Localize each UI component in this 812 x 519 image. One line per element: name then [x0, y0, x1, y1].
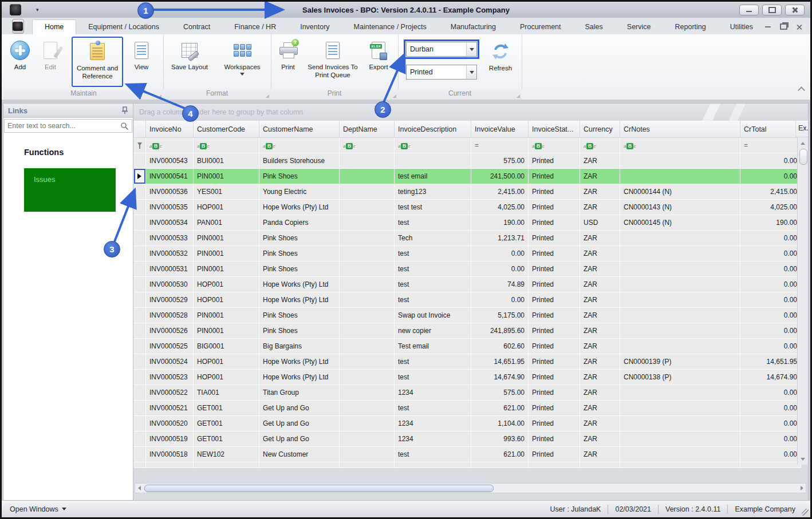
- cell-invoicestat[interactable]: Printed: [529, 354, 580, 370]
- cell-invoicevalue[interactable]: 575.00: [471, 385, 529, 401]
- row-indicator[interactable]: [134, 231, 146, 246]
- table-row-inv0000518[interactable]: INV0000518NEW102New Customertest621.00Pr…: [134, 447, 801, 462]
- row-indicator[interactable]: [134, 385, 146, 401]
- cell-customername[interactable]: New Customer: [259, 447, 340, 462]
- table-row-inv0000525[interactable]: INV0000525BIG0001Big BargainsTest email6…: [134, 339, 801, 354]
- cell-invoicedescription[interactable]: test: [395, 215, 471, 231]
- cell-invoiceno[interactable]: INV0000535: [146, 200, 194, 215]
- cell-invoiceno[interactable]: INV0000532: [146, 246, 194, 262]
- cell-invoicedescription[interactable]: teting123: [395, 184, 471, 200]
- cell-currency[interactable]: ZAR: [580, 385, 620, 401]
- cell-deptname[interactable]: [340, 215, 395, 231]
- cell-invoiceno[interactable]: INV0000526: [146, 323, 194, 339]
- cell-invoicedescription[interactable]: test: [395, 370, 471, 385]
- cell-deptname[interactable]: [340, 385, 395, 401]
- cell-currency[interactable]: USD: [580, 215, 620, 231]
- horizontal-scrollbar[interactable]: [135, 483, 806, 493]
- cell-invoiceno[interactable]: INV0000528: [146, 308, 194, 323]
- column-header-currency[interactable]: Currency: [580, 121, 620, 138]
- row-indicator[interactable]: [134, 184, 146, 200]
- cell-currency[interactable]: ZAR: [580, 169, 620, 184]
- tab-manufacturing[interactable]: Manufacturing: [439, 20, 508, 34]
- tab-home[interactable]: Home: [32, 19, 76, 34]
- row-indicator[interactable]: [134, 215, 146, 231]
- row-indicator[interactable]: [134, 262, 146, 277]
- tab-inventory[interactable]: Inventory: [288, 20, 341, 34]
- column-header-invoicestat[interactable]: InvoiceStat...: [529, 121, 580, 138]
- row-indicator[interactable]: [134, 447, 146, 462]
- cell-customercode[interactable]: PIN0001: [194, 323, 259, 339]
- cell-deptname[interactable]: [340, 277, 395, 292]
- cell-invoicedescription[interactable]: new copier: [395, 323, 471, 339]
- cell-invoiceno[interactable]: INV0000543: [146, 153, 194, 169]
- cell-customercode[interactable]: GET001: [194, 401, 259, 416]
- resize-grip[interactable]: [802, 509, 809, 516]
- filter-cell-deptname[interactable]: aBc: [340, 138, 395, 153]
- cell-invoicevalue[interactable]: 14,674.90: [471, 370, 529, 385]
- send-invoices-button[interactable]: Send Invoices To Print Queue: [305, 37, 360, 87]
- column-header-customercode[interactable]: CustomerCode: [194, 121, 259, 138]
- comment-and-reference-button[interactable]: Comment and Reference: [72, 37, 123, 87]
- cell-crnotes[interactable]: [620, 246, 740, 262]
- cell-currency[interactable]: ZAR: [580, 184, 620, 200]
- cell-invoiceno[interactable]: INV0000530: [146, 277, 194, 292]
- row-indicator[interactable]: [134, 277, 146, 292]
- row-indicator[interactable]: [134, 401, 146, 416]
- cell-deptname[interactable]: [340, 323, 395, 339]
- cell-crtotal[interactable]: 0.00: [740, 277, 801, 292]
- cell-crnotes[interactable]: CN0000145 (N): [620, 215, 740, 231]
- cell-currency[interactable]: ZAR: [580, 292, 620, 308]
- cell-invoicedescription[interactable]: Test email: [395, 339, 471, 354]
- ribbon-collapse-chevron-icon[interactable]: [798, 87, 805, 92]
- tab-finance-hr[interactable]: Finance / HR: [222, 20, 288, 34]
- cell-deptname[interactable]: [340, 169, 395, 184]
- table-row-inv0000529[interactable]: INV0000529HOP001Hope Works (Pty) Ltdtest…: [134, 292, 801, 308]
- workspaces-button[interactable]: Workspaces: [218, 37, 266, 87]
- cell-invoicestat[interactable]: Printed: [529, 277, 580, 292]
- cell-deptname[interactable]: [340, 153, 395, 169]
- cell-deptname[interactable]: [340, 416, 395, 431]
- cell-customercode[interactable]: GET001: [194, 431, 259, 447]
- cell-crtotal[interactable]: 0.00: [740, 153, 801, 169]
- table-row-inv0000521[interactable]: INV0000521GET001Get Up and Gotest621.00P…: [134, 401, 801, 416]
- cell-invoicedescription[interactable]: 1234: [395, 385, 471, 401]
- cell-customername[interactable]: Young Electric: [259, 184, 340, 200]
- cell-invoicedescription[interactable]: test: [395, 447, 471, 462]
- cell-crnotes[interactable]: [620, 431, 740, 447]
- application-menu-button[interactable]: [12, 19, 24, 34]
- cell-crnotes[interactable]: [620, 277, 740, 292]
- cell-customercode[interactable]: HOP001: [194, 200, 259, 215]
- tab-utilities[interactable]: Utilities: [718, 20, 765, 34]
- cell-crtotal[interactable]: 0.00: [740, 447, 801, 462]
- row-indicator[interactable]: [134, 308, 146, 323]
- vertical-scrollbar-thumb[interactable]: [799, 149, 807, 165]
- cell-customername[interactable]: Titan Group: [259, 385, 340, 401]
- filter-cell-crtotal[interactable]: =: [740, 138, 801, 153]
- cell-invoiceno[interactable]: INV0000531: [146, 262, 194, 277]
- cell-invoicevalue[interactable]: 5,175.00: [471, 308, 529, 323]
- cell-customercode[interactable]: BIG0001: [194, 339, 259, 354]
- cell-deptname[interactable]: [340, 246, 395, 262]
- tab-sales[interactable]: Sales: [573, 20, 615, 34]
- cell-invoicevalue[interactable]: 0.00: [471, 262, 529, 277]
- cell-invoicestat[interactable]: Printed: [529, 323, 580, 339]
- cell-deptname[interactable]: [340, 431, 395, 447]
- scroll-right-icon[interactable]: [798, 486, 806, 490]
- cell-invoicedescription[interactable]: test: [395, 277, 471, 292]
- cell-invoicevalue[interactable]: 14,651.95: [471, 354, 529, 370]
- row-indicator[interactable]: [134, 169, 146, 184]
- cell-deptname[interactable]: [340, 231, 395, 246]
- column-header-deptname[interactable]: DeptName: [340, 121, 395, 138]
- cell-invoicedescription[interactable]: 1234: [395, 416, 471, 431]
- cell-crnotes[interactable]: [620, 401, 740, 416]
- cell-currency[interactable]: ZAR: [580, 262, 620, 277]
- cell-currency[interactable]: ZAR: [580, 370, 620, 385]
- cell-deptname[interactable]: [340, 401, 395, 416]
- cell-invoicedescription[interactable]: test: [395, 292, 471, 308]
- ribbon-restore-icon[interactable]: [780, 23, 787, 30]
- table-row-inv0000522[interactable]: INV0000522TIA001Titan Group1234575.00Pri…: [134, 385, 801, 401]
- cell-currency[interactable]: ZAR: [580, 153, 620, 169]
- pin-icon[interactable]: [121, 106, 128, 114]
- cell-invoicestat[interactable]: Printed: [529, 184, 580, 200]
- table-row-inv0000536[interactable]: INV0000536YES001Young Electricteting1232…: [134, 184, 801, 200]
